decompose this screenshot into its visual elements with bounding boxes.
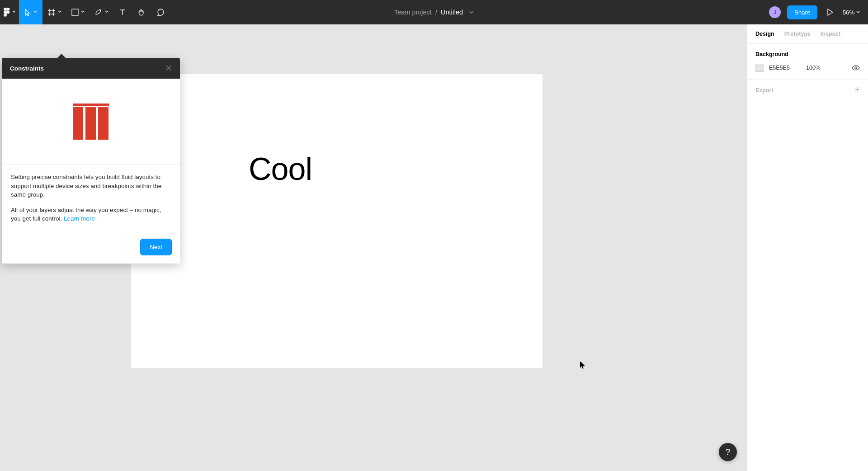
background-title: Background: [755, 51, 860, 57]
popup-close-button[interactable]: [165, 64, 172, 72]
avatar[interactable]: J: [769, 6, 781, 18]
chevron-down-icon: [58, 10, 61, 13]
zoom-control[interactable]: 56%: [843, 9, 860, 16]
learn-more-link[interactable]: Learn more: [64, 215, 95, 222]
background-section: Background E5E5E5 100%: [747, 44, 868, 80]
file-menu-chevron[interactable]: [469, 11, 474, 14]
svg-point-2: [99, 10, 101, 11]
export-add-button[interactable]: [854, 87, 860, 94]
toolbar-left-group: [0, 0, 170, 24]
export-section: Export: [747, 80, 868, 101]
toolbar-right-group: J Share 56%: [769, 5, 868, 19]
comment-tool-button[interactable]: [151, 0, 170, 24]
breadcrumb: Team project / Untitled: [394, 9, 474, 16]
workspace: Cool Constraints Setting precise constra…: [0, 24, 868, 471]
present-button[interactable]: [824, 9, 836, 16]
help-button[interactable]: ?: [719, 443, 737, 461]
svg-point-0: [6, 11, 9, 14]
play-icon: [827, 9, 833, 16]
text-icon: [119, 9, 126, 16]
hand-icon: [137, 8, 146, 16]
next-button[interactable]: Next: [140, 239, 172, 255]
shape-tool-button[interactable]: [66, 0, 90, 24]
tab-design[interactable]: Design: [755, 31, 774, 37]
chevron-down-icon: [856, 11, 860, 14]
comment-icon: [156, 8, 165, 16]
popup-header: Constraints: [2, 58, 180, 79]
text-tool-button[interactable]: [113, 0, 132, 24]
export-title: Export: [755, 87, 774, 94]
top-toolbar: Team project / Untitled J Share 56%: [0, 0, 868, 24]
chevron-down-icon: [12, 10, 16, 13]
chevron-down-icon: [33, 10, 37, 13]
plus-icon: [854, 87, 860, 92]
share-button[interactable]: Share: [787, 5, 817, 19]
canvas[interactable]: Cool Constraints Setting precise constra…: [0, 24, 747, 471]
svg-point-3: [855, 67, 857, 69]
chevron-down-icon: [469, 11, 474, 14]
chevron-down-icon: [105, 10, 108, 13]
breadcrumb-separator: /: [435, 9, 437, 16]
popup-paragraph-1: Setting precise constraints lets you bui…: [11, 173, 171, 199]
tab-prototype[interactable]: Prototype: [784, 31, 811, 37]
tab-inspect[interactable]: Inspect: [821, 31, 840, 37]
hand-tool-button[interactable]: [132, 0, 151, 24]
frame-tool-button[interactable]: [42, 0, 66, 24]
background-visibility-toggle[interactable]: [852, 65, 860, 71]
background-opacity-input[interactable]: 100%: [806, 65, 829, 71]
cursor-icon: [24, 9, 31, 16]
background-swatch[interactable]: [755, 64, 764, 72]
close-icon: [165, 65, 172, 71]
popup-paragraph-2: All of your layers adjust the way you ex…: [11, 206, 171, 223]
canvas-text-layer[interactable]: Cool: [249, 151, 312, 187]
background-row: E5E5E5 100%: [755, 64, 860, 72]
frame-icon: [47, 8, 56, 16]
pen-tool-button[interactable]: [90, 0, 113, 24]
popup-illustration: [2, 79, 180, 165]
breadcrumb-team[interactable]: Team project: [394, 9, 432, 16]
eye-icon: [852, 65, 860, 71]
inspector-panel: Design Prototype Inspect Background E5E5…: [747, 24, 868, 471]
mouse-cursor-icon: [580, 361, 586, 370]
zoom-value: 56%: [843, 9, 854, 16]
design-frame[interactable]: Cool: [131, 74, 542, 368]
chevron-down-icon: [81, 10, 85, 13]
svg-rect-1: [72, 9, 78, 15]
popup-body: Setting precise constraints lets you bui…: [2, 165, 180, 239]
figma-logo-icon: [4, 8, 10, 17]
popup-actions: Next: [2, 239, 180, 264]
constraints-illustration: [73, 104, 109, 140]
move-tool-button[interactable]: [19, 0, 42, 24]
pen-icon: [94, 8, 103, 16]
background-hex-input[interactable]: E5E5E5: [769, 65, 801, 71]
inspector-tabs: Design Prototype Inspect: [747, 24, 868, 44]
popup-title: Constraints: [10, 65, 44, 72]
rectangle-icon: [71, 9, 79, 16]
breadcrumb-file[interactable]: Untitled: [441, 9, 463, 16]
main-menu-button[interactable]: [0, 0, 19, 24]
onboarding-popup: Constraints Setting precise constraints …: [2, 58, 180, 264]
